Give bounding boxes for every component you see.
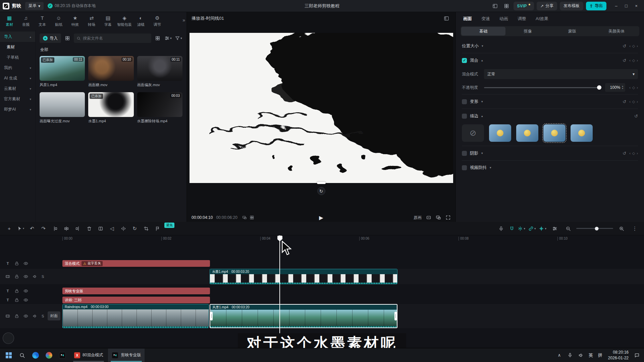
eye-icon[interactable] [23, 314, 28, 318]
lock-icon[interactable] [14, 314, 19, 318]
windows-start-button[interactable] [2, 349, 15, 362]
tab-transition[interactable]: ⇄转场 [84, 15, 100, 27]
media-card[interactable]: 已添加 00:11 风景1.mp4 [40, 56, 85, 87]
section-stroke[interactable]: 描边 ▴ ↺ [462, 109, 638, 123]
video-clip-landscape-selected[interactable]: 风景1.mp4 00:00:03:20 [210, 304, 397, 328]
media-card[interactable]: 画面曝光过度.mov [40, 92, 85, 124]
add-track-button[interactable]: + [4, 224, 14, 233]
folder-view-icon[interactable] [63, 34, 71, 42]
tab-speed[interactable]: 变速 [481, 16, 490, 22]
lock-icon[interactable] [14, 261, 19, 266]
tab-captions[interactable]: ▤字幕 [100, 15, 116, 27]
notification-center-icon[interactable] [632, 349, 642, 362]
taskbar-app-capcut[interactable]: 剪映专业版 [108, 349, 145, 362]
sidebar-item-official[interactable]: 官方素材▾ [0, 94, 35, 104]
sort-icon[interactable]: ▾ [164, 34, 172, 42]
sidebar-item-cloud[interactable]: 云素材▾ [0, 83, 35, 94]
eye-icon[interactable] [23, 261, 28, 266]
layout-toggle-icon[interactable] [491, 2, 499, 10]
capcut-app-icon[interactable] [56, 349, 69, 362]
filter-icon[interactable]: ▾ [174, 34, 182, 42]
tab-animation[interactable]: 动画 [499, 16, 508, 22]
sidebar-item-jimeng-ai[interactable]: 即梦AI▾ [0, 104, 35, 115]
keyframe-prev-icon[interactable]: ‹ [629, 151, 631, 155]
select-tool-button[interactable]: ▾ [15, 224, 26, 233]
video-clip-ink[interactable]: 水墨1.mp4 00:00:03:20 [210, 269, 397, 284]
selection-bottom-handle[interactable] [317, 182, 326, 184]
sidebar-item-subdraft[interactable]: 子草稿 [0, 52, 35, 63]
reset-icon[interactable]: ↺ [623, 99, 626, 104]
spin-up-icon[interactable]: ▲ [622, 85, 624, 87]
keyframe-next-icon[interactable]: › [637, 58, 638, 62]
text-clip-teacher[interactable]: 讲师: 三郎 [62, 297, 210, 303]
linkage-toggle[interactable]: ▾ [528, 226, 536, 231]
reset-icon[interactable]: ↺ [623, 151, 626, 156]
opacity-slider[interactable] [484, 87, 601, 88]
publish-template-button[interactable]: 发布模板 [560, 2, 583, 10]
media-card[interactable]: 00:10 画面糖.mov [88, 56, 133, 87]
keyframe-next-icon[interactable]: › [637, 151, 638, 155]
lock-icon[interactable] [14, 298, 19, 302]
tab-effects[interactable]: ★特效 [67, 15, 83, 27]
stroke-style-none[interactable]: ⊘ [462, 124, 484, 142]
input-method[interactable]: 拼 [596, 352, 605, 358]
zoom-out-button[interactable] [563, 224, 573, 233]
sidebar-item-material[interactable]: 素材 [0, 42, 35, 52]
tray-volume-icon[interactable] [576, 349, 586, 362]
input-language[interactable]: 英 [587, 352, 595, 358]
section-shadow[interactable]: 阴影 ▾ ↺ ‹◇› [462, 146, 638, 160]
spin-down-icon[interactable]: ▼ [622, 87, 624, 90]
workspace-grid-icon[interactable] [502, 2, 511, 10]
transform-checkbox[interactable] [462, 99, 467, 104]
tab-smart-pack[interactable]: ◈智能包装 [116, 15, 132, 27]
eye-icon[interactable] [23, 298, 28, 302]
zoom-knob[interactable] [595, 227, 598, 230]
play-button[interactable]: ▶ [319, 215, 323, 221]
video-preview[interactable] [190, 33, 453, 183]
keyframe-icon[interactable]: ◇ [632, 85, 635, 90]
speaker-icon[interactable] [33, 274, 37, 279]
taskbar-clock[interactable]: 08:20:16 2026-01-22 [605, 350, 631, 360]
ratio-icon[interactable] [436, 215, 441, 220]
maximize-button[interactable]: □ [621, 2, 631, 10]
grid-preview-icon[interactable] [250, 215, 254, 220]
section-stabilize[interactable]: 视频防抖 ▾ [462, 161, 638, 175]
reset-icon[interactable]: ↺ [634, 114, 638, 119]
video-clip-raindrops[interactable]: Raindrops.mp4 00:00:03:00 [62, 304, 209, 328]
fit-screen-icon[interactable] [426, 215, 431, 220]
player-layout-icon[interactable] [442, 14, 451, 22]
tab-picture[interactable]: 画面 [463, 16, 472, 22]
svip-button[interactable]: SVIP [514, 2, 534, 10]
timeline[interactable]: 00:00 00:02 00:04 00:06 00:08 00:10 T S … [0, 235, 644, 348]
tray-mic-icon[interactable] [565, 349, 575, 362]
lock-icon[interactable] [14, 289, 19, 293]
main-track-magnet-toggle[interactable] [509, 226, 515, 231]
keyframe-icon[interactable]: ◇ [632, 58, 635, 63]
rotate-button[interactable]: ↻ [129, 224, 140, 233]
keyframe-icon[interactable]: ◇ [632, 151, 635, 156]
mirror-button[interactable] [118, 224, 128, 233]
stroke-style-option[interactable] [489, 124, 511, 142]
text-clip-pro[interactable]: 剪映专业版 [62, 288, 210, 294]
tab-ai-effects[interactable]: AI效果 [536, 16, 548, 22]
blend-mode-select[interactable]: 正常 ▾ [484, 69, 638, 79]
tab-adjust[interactable]: 调整 [518, 16, 526, 22]
shadow-checkbox[interactable] [462, 151, 467, 156]
undo-button[interactable]: ↶ [27, 224, 37, 233]
lock-icon[interactable] [14, 274, 19, 279]
tray-expand-icon[interactable]: ∧ [554, 349, 565, 362]
keyframe-prev-icon[interactable]: ‹ [629, 44, 631, 48]
minimize-button[interactable]: – [611, 2, 621, 10]
keyframe-prev-icon[interactable]: ‹ [629, 100, 631, 104]
opacity-value[interactable]: 100% ▲▼ [605, 83, 625, 92]
keyframe-next-icon[interactable]: › [637, 85, 638, 89]
stabilize-checkbox[interactable] [462, 165, 467, 170]
clip-right-handle[interactable] [394, 312, 397, 320]
section-transform[interactable]: 变形 ▾ ↺ ‹◇› [462, 95, 638, 109]
browser-icon[interactable] [42, 349, 56, 362]
zoom-in-button[interactable] [616, 224, 627, 233]
solo-badge[interactable]: S [42, 314, 44, 318]
sidebar-item-import[interactable]: 导入▴ [0, 32, 35, 42]
keyframe-prev-icon[interactable]: ‹ [629, 85, 631, 89]
keyframe-next-icon[interactable]: › [637, 44, 638, 48]
